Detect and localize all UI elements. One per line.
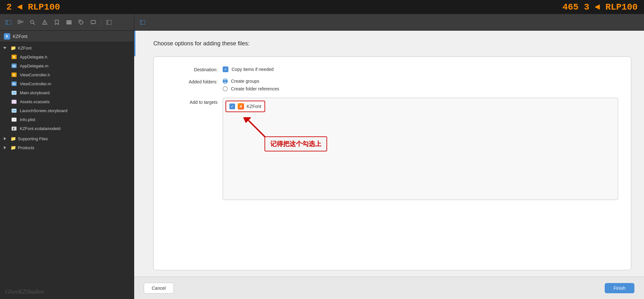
assets-label: Assets.xcassets	[20, 99, 50, 104]
targets-label: Add to targets	[166, 98, 218, 105]
sidebar-item-launchscreen[interactable]: SB LaunchScreen.storyboard	[0, 106, 134, 115]
svg-rect-3	[18, 22, 20, 24]
svg-rect-21	[140, 20, 145, 25]
finish-button[interactable]: Finish	[605, 283, 634, 293]
sidebar-item-main-storyboard[interactable]: SB Main.storyboard	[0, 88, 134, 97]
destination-text: Copy items if needed	[232, 67, 274, 72]
checkmark-icon: ✓	[224, 67, 227, 72]
tag-btn[interactable]	[75, 17, 87, 28]
create-folder-ref-radio[interactable]	[223, 86, 228, 91]
svg-line-5	[20, 21, 21, 22]
destination-checkbox[interactable]: ✓	[223, 66, 228, 72]
svg-marker-12	[55, 20, 58, 25]
sidebar-item-products[interactable]: 📁 Products	[0, 143, 134, 152]
destination-control: ✓ Copy items if needed	[223, 66, 274, 72]
svg-rect-0	[5, 20, 11, 25]
target-checkbox[interactable]: ✓	[229, 103, 235, 109]
file-tree: 📁 KZFont h AppDelegate.h m AppDelegate.m…	[0, 42, 134, 285]
m-file-icon: m	[12, 64, 17, 68]
comment-btn[interactable]	[88, 17, 99, 28]
h-file-icon2: h	[12, 73, 17, 77]
dialog-title: Choose options for adding these files:	[153, 40, 631, 47]
annotation-box: 记得把这个勾选上	[264, 136, 327, 151]
xcdata-label: KZFont.xcdatamodeld	[20, 126, 60, 131]
infoplist-label: Info.plist	[20, 117, 35, 122]
title-bar-right: 465 3 ◄ RLP100	[563, 2, 638, 12]
triangle-down-icon	[3, 45, 8, 51]
target-app-icon: A	[238, 103, 244, 110]
app-icon-letter: A	[240, 104, 242, 108]
sidebar-item-appdelegate-m[interactable]: m AppDelegate.m	[0, 61, 134, 70]
watermark: GhostKZShadow	[0, 285, 134, 299]
added-folders-label: Added folders:	[166, 79, 218, 84]
dialog-area: Choose options for adding these files: D…	[134, 31, 644, 277]
tag-icon	[79, 20, 84, 25]
sidebar-item-xcdata[interactable]: ◧ KZFont.xcdatamodeld	[0, 124, 134, 133]
appdelegate-m-label: AppDelegate.m	[20, 64, 49, 68]
extra-icon	[106, 20, 111, 25]
dialog-buttons: Cancel Finish	[134, 277, 644, 299]
watermark-text: GhostKZShadow	[5, 288, 44, 295]
toolbar	[0, 14, 134, 31]
svg-point-16	[80, 21, 81, 22]
list-icon	[66, 20, 72, 24]
hierarchy-icon	[18, 20, 23, 25]
create-folder-ref-text: Create folder references	[231, 86, 279, 91]
create-groups-row: Create groups	[223, 79, 279, 84]
svg-rect-13	[66, 20, 72, 21]
tab-indicator	[134, 31, 135, 56]
sidebar-item-assets[interactable]: Assets.xcassets	[0, 97, 134, 106]
kzfont-group-label: KZFont	[18, 46, 32, 50]
dialog-content: Destination: ✓ Copy items if needed Adde…	[153, 57, 631, 270]
folder-icon2: 📁	[10, 136, 16, 142]
project-icon: K	[4, 33, 10, 40]
svg-rect-4	[21, 21, 23, 22]
h-file-icon: h	[12, 55, 17, 59]
svg-marker-18	[92, 24, 93, 25]
m-file-icon2: m	[12, 81, 17, 86]
destination-label: Destination:	[166, 66, 218, 72]
destination-row: Destination: ✓ Copy items if needed	[166, 66, 618, 72]
folder-icon: 📁	[10, 45, 16, 51]
storyboard-icon2: SB	[12, 109, 17, 113]
extra-btn[interactable]	[103, 17, 115, 28]
sidebar-item-viewcontroller-m[interactable]: m ViewController.m	[0, 79, 134, 88]
triangle-right-icon	[3, 136, 8, 142]
create-folder-ref-row: Create folder references	[223, 86, 279, 91]
sidebar-item-kzfont-group[interactable]: 📁 KZFont	[0, 43, 134, 52]
sidebar-toggle-btn[interactable]	[3, 17, 14, 28]
sidebar-item-infoplist[interactable]: ≡ Info.plist	[0, 115, 134, 124]
cancel-button[interactable]: Cancel	[144, 283, 174, 294]
list-btn[interactable]	[63, 17, 75, 28]
plist-icon: ≡	[12, 118, 17, 122]
right-extra-btn[interactable]	[137, 17, 148, 28]
sidebar-item-appdelegate-h[interactable]: h AppDelegate.h	[0, 52, 134, 61]
toolbar-divider	[101, 19, 101, 26]
project-header: K KZFont	[0, 31, 134, 42]
folder-icon3: 📁	[10, 145, 16, 150]
title-bar: 2 ◄ RLP100 465 3 ◄ RLP100	[0, 0, 644, 14]
xcdata-icon: ◧	[12, 126, 17, 131]
launchscreen-label: LaunchScreen.storyboard	[20, 108, 67, 113]
sidebar-item-viewcontroller-h[interactable]: h ViewController.h	[0, 70, 134, 79]
search-btn[interactable]	[27, 17, 38, 28]
targets-box: ✓ A KZFont	[223, 98, 618, 200]
added-folders-row: Added folders: Create groups Create fold…	[166, 79, 618, 91]
svg-rect-2	[18, 20, 20, 21]
sidebar-item-supporting-files[interactable]: 📁 Supporting Files	[0, 134, 134, 143]
appdelegate-h-label: AppDelegate.h	[20, 55, 47, 59]
triangle-right-icon2	[3, 145, 8, 150]
project-name: KZFont	[13, 34, 27, 39]
main-layout: K KZFont 📁 KZFont h AppDelegate.h m AppD…	[0, 14, 644, 299]
target-item-kzfont[interactable]: ✓ A KZFont	[226, 101, 265, 112]
target-checkmark-icon: ✓	[231, 104, 234, 109]
warning-btn[interactable]	[39, 17, 50, 28]
create-groups-radio[interactable]	[223, 79, 228, 84]
hierarchy-btn[interactable]	[15, 17, 26, 28]
viewcontroller-h-label: ViewController.h	[20, 73, 50, 77]
main-storyboard-label: Main.storyboard	[20, 90, 50, 95]
bookmark-btn[interactable]	[51, 17, 63, 28]
title-bar-left: 2 ◄ RLP100	[6, 2, 60, 12]
svg-rect-14	[66, 22, 72, 23]
target-name: KZFont	[247, 104, 261, 109]
